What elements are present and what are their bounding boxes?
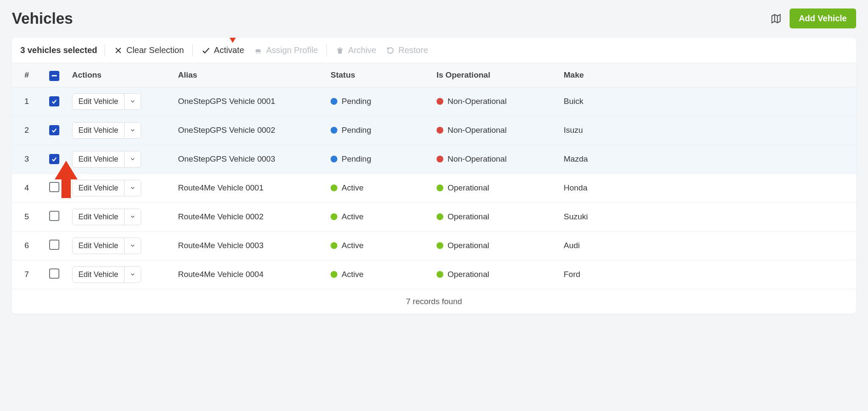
row-alias: Route4Me Vehicle 0002 xyxy=(173,202,326,231)
select-all-checkbox[interactable] xyxy=(49,71,59,81)
row-make: Ford xyxy=(559,260,856,289)
row-operational: Non-Operational xyxy=(431,145,559,173)
chevron-down-icon xyxy=(130,214,136,220)
row-checkbox-cell xyxy=(42,145,67,173)
chevron-down-icon xyxy=(130,243,136,249)
assign-profile-button[interactable]: Assign Profile xyxy=(253,44,319,57)
operational-dot-icon xyxy=(437,213,443,220)
vehicle-profile-icon xyxy=(253,46,263,55)
row-status: Pending xyxy=(326,145,431,173)
table-row: 4Edit VehicleRoute4Me Vehicle 0001Active… xyxy=(12,173,856,202)
separator xyxy=(326,45,327,56)
row-number: 4 xyxy=(12,173,42,202)
operational-text: Non-Operational xyxy=(448,97,506,106)
check-icon xyxy=(201,46,211,55)
row-status: Active xyxy=(326,202,431,231)
edit-vehicle-button[interactable]: Edit Vehicle xyxy=(72,238,124,254)
clear-selection-button[interactable]: Clear Selection xyxy=(113,44,185,57)
edit-vehicle-dropdown[interactable] xyxy=(124,123,141,138)
status-text: Pending xyxy=(342,154,371,163)
row-operational: Non-Operational xyxy=(431,87,559,116)
edit-vehicle-dropdown[interactable] xyxy=(124,94,141,109)
edit-vehicle-group: Edit Vehicle xyxy=(72,93,141,110)
row-checkbox-cell xyxy=(42,173,67,202)
row-checkbox[interactable] xyxy=(49,154,59,164)
archive-button[interactable]: Archive xyxy=(334,44,377,57)
row-operational: Operational xyxy=(431,173,559,202)
col-operational[interactable]: Is Operational xyxy=(431,63,559,87)
clear-selection-label: Clear Selection xyxy=(126,45,184,55)
map-icon[interactable] xyxy=(770,13,782,25)
row-operational: Operational xyxy=(431,231,559,260)
col-status[interactable]: Status xyxy=(326,63,431,87)
row-actions: Edit Vehicle xyxy=(67,173,173,202)
col-checkbox xyxy=(42,63,67,87)
edit-vehicle-group: Edit Vehicle xyxy=(72,238,141,254)
status-text: Active xyxy=(342,241,364,250)
operational-dot-icon xyxy=(437,127,443,134)
status-dot-icon xyxy=(331,127,337,134)
operational-text: Non-Operational xyxy=(448,126,506,134)
edit-vehicle-button[interactable]: Edit Vehicle xyxy=(72,209,124,225)
operational-text: Operational xyxy=(448,241,489,250)
table-row: 5Edit VehicleRoute4Me Vehicle 0002Active… xyxy=(12,202,856,231)
edit-vehicle-dropdown[interactable] xyxy=(124,267,141,282)
edit-vehicle-dropdown[interactable] xyxy=(124,151,141,167)
row-checkbox[interactable] xyxy=(49,182,59,192)
edit-vehicle-group: Edit Vehicle xyxy=(72,122,141,139)
row-alias: Route4Me Vehicle 0001 xyxy=(173,173,326,202)
row-checkbox[interactable] xyxy=(49,240,59,250)
edit-vehicle-dropdown[interactable] xyxy=(124,180,141,196)
row-alias: OneStepGPS Vehicle 0003 xyxy=(173,145,326,173)
row-actions: Edit Vehicle xyxy=(67,231,173,260)
status-dot-icon xyxy=(331,185,337,191)
status-text: Pending xyxy=(342,126,371,134)
restore-button[interactable]: Restore xyxy=(385,44,429,57)
close-icon xyxy=(114,46,123,55)
vehicles-panel: 3 vehicles selected Clear Selection Acti… xyxy=(12,38,856,314)
row-status: Active xyxy=(326,260,431,289)
col-actions[interactable]: Actions xyxy=(67,63,173,87)
col-make[interactable]: Make xyxy=(559,63,856,87)
row-number: 2 xyxy=(12,116,42,145)
row-number: 6 xyxy=(12,231,42,260)
edit-vehicle-button[interactable]: Edit Vehicle xyxy=(72,180,124,196)
table-row: 2Edit VehicleOneStepGPS Vehicle 0002Pend… xyxy=(12,116,856,145)
chevron-down-icon xyxy=(130,156,136,162)
edit-vehicle-dropdown[interactable] xyxy=(124,209,141,225)
edit-vehicle-button[interactable]: Edit Vehicle xyxy=(72,94,124,109)
page-title: Vehicles xyxy=(12,10,73,28)
row-actions: Edit Vehicle xyxy=(67,145,173,173)
restore-label: Restore xyxy=(398,45,428,55)
edit-vehicle-button[interactable]: Edit Vehicle xyxy=(72,151,124,167)
row-checkbox[interactable] xyxy=(49,125,59,135)
separator xyxy=(105,45,105,56)
table-row: 1Edit VehicleOneStepGPS Vehicle 0001Pend… xyxy=(12,87,856,116)
operational-text: Operational xyxy=(448,212,489,221)
row-actions: Edit Vehicle xyxy=(67,260,173,289)
edit-vehicle-dropdown[interactable] xyxy=(124,238,141,254)
vehicles-table: # Actions Alias Status Is Operational Ma… xyxy=(12,63,856,289)
activate-button[interactable]: Activate xyxy=(200,44,245,57)
col-number[interactable]: # xyxy=(12,63,42,87)
row-operational: Operational xyxy=(431,260,559,289)
status-text: Pending xyxy=(342,97,371,106)
edit-vehicle-button[interactable]: Edit Vehicle xyxy=(72,123,124,138)
edit-vehicle-button[interactable]: Edit Vehicle xyxy=(72,267,124,282)
row-checkbox[interactable] xyxy=(49,211,59,221)
row-checkbox[interactable] xyxy=(49,268,59,279)
add-vehicle-button[interactable]: Add Vehicle xyxy=(790,8,856,28)
edit-vehicle-group: Edit Vehicle xyxy=(72,266,141,283)
row-make: Mazda xyxy=(559,145,856,173)
restore-icon xyxy=(386,46,395,55)
edit-vehicle-group: Edit Vehicle xyxy=(72,151,141,168)
table-row: 3Edit VehicleOneStepGPS Vehicle 0003Pend… xyxy=(12,145,856,173)
archive-label: Archive xyxy=(348,45,376,55)
row-make: Suzuki xyxy=(559,202,856,231)
trash-icon xyxy=(335,46,345,55)
table-row: 7Edit VehicleRoute4Me Vehicle 0004Active… xyxy=(12,260,856,289)
header-actions: Add Vehicle xyxy=(770,8,856,28)
chevron-down-icon xyxy=(130,127,136,133)
row-checkbox[interactable] xyxy=(49,96,59,106)
col-alias[interactable]: Alias xyxy=(173,63,326,87)
